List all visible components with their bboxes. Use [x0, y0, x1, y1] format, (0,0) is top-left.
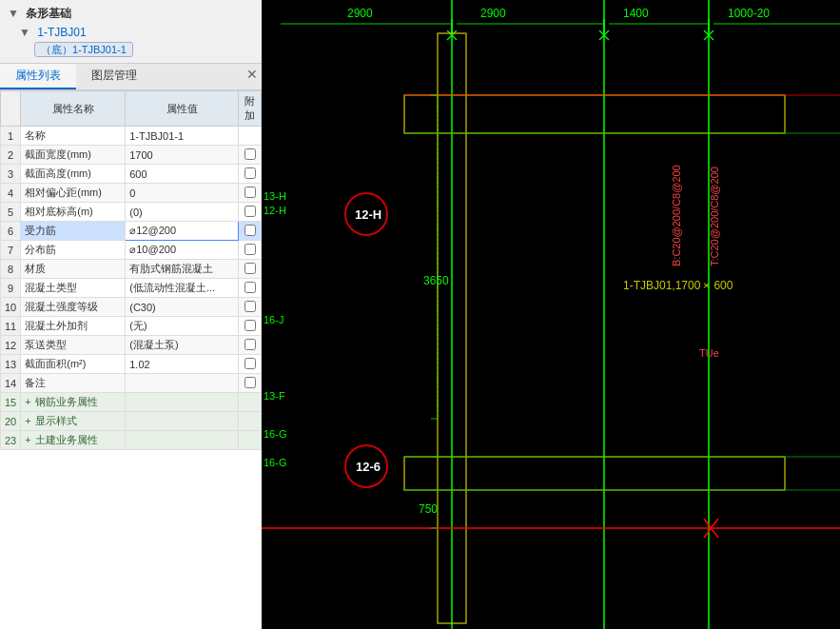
prop-name-cell: +显示样式	[21, 412, 126, 431]
prop-checkbox-cell[interactable]	[239, 279, 262, 298]
prop-name-cell: 分布筋	[21, 241, 126, 260]
prop-name-cell: 名称	[21, 127, 126, 146]
prop-checkbox-cell[interactable]	[239, 374, 262, 393]
prop-checkbox-cell[interactable]	[239, 355, 262, 374]
group-expand-icon[interactable]: +	[25, 415, 30, 426]
group-expand-icon[interactable]: +	[25, 396, 30, 407]
close-button[interactable]: ✕	[246, 67, 258, 82]
row-number: 10	[1, 298, 21, 317]
svg-text:12-H: 12-H	[355, 207, 381, 222]
tree-root[interactable]: ▼ 条形基础	[0, 4, 262, 24]
tree-child1-tag[interactable]: （底）1-TJBJ01-1	[34, 42, 133, 57]
row-number: 15	[1, 393, 21, 412]
prop-checkbox-cell[interactable]	[239, 241, 262, 260]
prop-checkbox[interactable]	[244, 148, 256, 160]
prop-name-cell: 相对底标高(m)	[21, 203, 126, 222]
prop-value-cell	[126, 412, 239, 431]
row-number: 5	[1, 203, 21, 222]
prop-checkbox-cell[interactable]	[239, 336, 262, 355]
prop-checkbox[interactable]	[244, 167, 256, 179]
prop-checkbox-cell[interactable]	[239, 165, 262, 184]
prop-checkbox-cell[interactable]	[239, 127, 262, 146]
col-num	[1, 91, 21, 127]
group-expand-icon[interactable]: +	[25, 434, 30, 445]
prop-checkbox-cell[interactable]	[239, 412, 262, 431]
prop-checkbox-cell[interactable]	[239, 298, 262, 317]
svg-text:2900: 2900	[347, 7, 373, 20]
row-number: 14	[1, 374, 21, 393]
prop-checkbox[interactable]	[244, 377, 256, 388]
row-number: 4	[1, 184, 21, 203]
row-number: 1	[1, 127, 21, 146]
svg-text:T:C20@200/C8@200: T:C20@200/C8@200	[709, 167, 720, 266]
prop-name-cell: 截面宽度(mm)	[21, 146, 126, 165]
properties-panel: 属性列表 图层管理 ✕ 属性名称 属性值 附加 1名称1-TJBJ01-12截面…	[0, 64, 262, 629]
tree-root-label: 条形基础	[26, 7, 71, 20]
svg-text:750: 750	[419, 502, 438, 516]
prop-checkbox[interactable]	[244, 187, 256, 198]
tree-child1[interactable]: ▼ 1-TJBJ01	[0, 24, 262, 41]
tree-section: ▼ 条形基础 ▼ 1-TJBJ01 （底）1-TJBJ01-1	[0, 0, 262, 64]
prop-value-cell: 0	[126, 184, 239, 203]
svg-text:TUe: TUe	[699, 347, 719, 359]
prop-checkbox[interactable]	[244, 301, 256, 312]
prop-value-cell	[126, 431, 239, 450]
prop-name-cell: 混凝土外加剂	[21, 317, 126, 336]
svg-rect-20	[404, 95, 785, 133]
prop-value-cell	[126, 374, 239, 393]
prop-checkbox-cell[interactable]	[239, 317, 262, 336]
prop-checkbox-cell[interactable]	[239, 184, 262, 203]
row-number: 23	[1, 431, 21, 450]
prop-checkbox[interactable]	[244, 358, 256, 369]
svg-text:1000-20: 1000-20	[728, 7, 770, 20]
prop-checkbox[interactable]	[244, 320, 256, 331]
prop-checkbox-cell[interactable]	[239, 393, 262, 412]
row-number: 3	[1, 165, 21, 184]
prop-value-cell: 1.02	[126, 355, 239, 374]
prop-checkbox-cell[interactable]	[239, 260, 262, 279]
prop-checkbox[interactable]	[244, 225, 256, 236]
row-number: 11	[1, 317, 21, 336]
prop-value-cell: 600	[126, 165, 239, 184]
prop-checkbox[interactable]	[244, 244, 256, 255]
prop-checkbox[interactable]	[244, 206, 256, 217]
row-number: 20	[1, 412, 21, 431]
prop-name-cell: 相对偏心距(mm)	[21, 184, 126, 203]
svg-text:3650: 3650	[423, 274, 449, 287]
prop-name-cell: 混凝土类型	[21, 279, 126, 298]
tree-child1-label: 1-TJBJ01	[37, 26, 86, 39]
prop-checkbox-cell[interactable]	[239, 146, 262, 165]
svg-text:13-H: 13-H	[264, 190, 286, 202]
prop-value-cell: 1700	[126, 146, 239, 165]
row-number: 12	[1, 336, 21, 355]
svg-text:16-G: 16-G	[264, 428, 286, 440]
row-number: 8	[1, 260, 21, 279]
prop-value-cell: 有肋式钢筋混凝土	[126, 260, 239, 279]
prop-checkbox-cell[interactable]	[239, 203, 262, 222]
cad-area: 2900 2900 1400 1000-20	[262, 0, 840, 629]
prop-checkbox-cell[interactable]	[239, 222, 262, 241]
svg-text:16-G: 16-G	[264, 457, 286, 468]
prop-name-cell: 材质	[21, 260, 126, 279]
svg-text:12-6: 12-6	[356, 460, 381, 474]
prop-value-cell[interactable]: ⌀12@200	[126, 222, 239, 241]
prop-checkbox[interactable]	[244, 263, 256, 274]
prop-checkbox-cell[interactable]	[239, 431, 262, 450]
prop-checkbox[interactable]	[244, 339, 256, 350]
panel-header: 属性列表 图层管理 ✕	[0, 64, 262, 90]
prop-checkbox[interactable]	[244, 282, 256, 293]
prop-value-cell	[126, 393, 239, 412]
tab-properties[interactable]: 属性列表	[0, 64, 76, 89]
prop-name-cell: 截面高度(mm)	[21, 165, 126, 184]
col-addon: 附加	[239, 91, 262, 127]
expand-icon: ▼	[8, 7, 19, 20]
tab-layers[interactable]: 图层管理	[76, 64, 152, 89]
tree-child1-tag-row[interactable]: （底）1-TJBJ01-1	[0, 41, 262, 59]
svg-text:12-H: 12-H	[264, 205, 286, 216]
expand-icon2: ▼	[19, 26, 30, 39]
svg-rect-21	[404, 457, 785, 490]
prop-value-cell: (无)	[126, 317, 239, 336]
svg-text:13-F: 13-F	[264, 390, 285, 402]
col-prop-name: 属性名称	[21, 91, 126, 127]
prop-value-cell: 1-TJBJ01-1	[126, 127, 239, 146]
